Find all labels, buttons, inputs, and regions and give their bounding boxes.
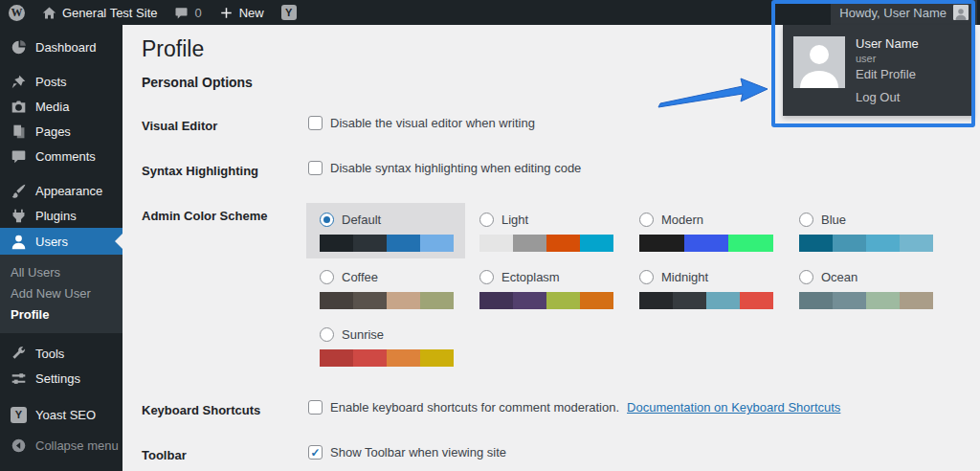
color-scheme-option-ectoplasm[interactable]: Ectoplasm <box>466 260 625 309</box>
color-scheme-option-light[interactable]: Light <box>466 203 625 252</box>
radio-sunrise[interactable] <box>320 327 334 342</box>
sidebar-item-appearance[interactable]: Appearance <box>0 178 122 203</box>
color-swatch <box>420 235 454 252</box>
plus-icon <box>219 6 234 20</box>
scheme-name-label: Modern <box>661 213 703 227</box>
syntax-highlighting-label: Syntax Highlighting <box>142 164 258 178</box>
sidebar-item-users[interactable]: Users <box>0 228 122 255</box>
admin-top-bar: W General Test Site 0 New Y Howdy, User … <box>0 0 980 25</box>
color-swatch <box>673 292 706 309</box>
sidebar-item-settings[interactable]: Settings <box>0 366 122 391</box>
comments-icon <box>11 148 27 165</box>
radio-blue[interactable] <box>799 213 813 227</box>
wrench-icon <box>11 346 27 362</box>
color-swatch <box>728 235 773 252</box>
color-swatch <box>900 292 933 309</box>
user-login-name: user <box>856 53 876 64</box>
color-scheme-option-blue[interactable]: Blue <box>786 203 945 252</box>
sidebar-label: Comments <box>35 149 96 164</box>
visual-editor-checkbox[interactable] <box>308 116 323 130</box>
radio-default[interactable] <box>320 213 334 227</box>
comments-button[interactable]: 0 <box>166 0 210 25</box>
color-swatch <box>353 292 387 309</box>
toolbar-checkbox[interactable] <box>308 445 323 460</box>
scheme-swatches <box>799 292 933 309</box>
visual-editor-field: Disable the visual editor when writing <box>308 116 535 130</box>
sidebar-item-media[interactable]: Media <box>0 94 122 119</box>
color-swatch <box>900 235 933 252</box>
radio-light[interactable] <box>479 213 494 227</box>
color-swatch <box>353 235 387 252</box>
color-scheme-option-modern[interactable]: Modern <box>626 203 785 252</box>
media-icon <box>11 99 27 115</box>
new-content-button[interactable]: New <box>211 0 273 25</box>
radio-modern[interactable] <box>639 213 654 227</box>
submenu-add-new-user[interactable]: Add New User <box>0 282 122 303</box>
scheme-swatches <box>320 349 454 367</box>
sidebar-item-comments[interactable]: Comments <box>0 144 122 168</box>
user-icon <box>11 234 27 250</box>
yoast-topbar-button[interactable]: Y <box>273 0 305 25</box>
color-swatch <box>799 235 833 252</box>
color-swatch <box>684 235 729 252</box>
sidebar-item-pages[interactable]: Pages <box>0 119 122 144</box>
syntax-highlighting-option-text: Disable syntax highlighting when editing… <box>330 161 581 175</box>
site-name-button[interactable]: General Test Site <box>33 0 166 25</box>
scheme-swatches <box>639 292 773 309</box>
color-swatch <box>639 292 673 309</box>
sidebar-label: Tools <box>35 347 64 361</box>
syntax-highlighting-checkbox[interactable] <box>308 161 323 175</box>
color-swatch <box>833 292 866 309</box>
sidebar-item-tools[interactable]: Tools <box>0 341 122 366</box>
user-dropdown-menu: User Name user Edit Profile Log Out <box>783 25 974 116</box>
scheme-name-label: Ocean <box>821 270 858 284</box>
yoast-icon: Y <box>281 5 297 20</box>
color-scheme-option-default[interactable]: Default <box>306 203 465 258</box>
edit-profile-link[interactable]: Edit Profile <box>856 67 916 81</box>
radio-midnight[interactable] <box>639 270 654 284</box>
scheme-swatches <box>639 235 773 252</box>
sidebar-label: Appearance <box>35 184 102 198</box>
color-scheme-option-midnight[interactable]: Midnight <box>626 260 785 309</box>
sidebar-item-posts[interactable]: Posts <box>0 69 122 94</box>
sidebar-label: Yoast SEO <box>35 408 96 422</box>
avatar-small <box>953 5 969 20</box>
sidebar-item-plugins[interactable]: Plugins <box>0 203 122 228</box>
sidebar-item-yoast-seo[interactable]: Y Yoast SEO <box>0 402 122 427</box>
avatar-large <box>793 36 845 88</box>
scheme-swatches <box>320 292 454 309</box>
keyboard-shortcuts-checkbox[interactable] <box>308 400 323 415</box>
plugin-icon <box>11 208 27 224</box>
color-swatch <box>513 235 546 252</box>
scheme-name-label: Light <box>501 213 528 227</box>
color-swatch <box>420 292 454 309</box>
radio-ocean[interactable] <box>799 270 813 284</box>
color-scheme-option-ocean[interactable]: Ocean <box>786 260 945 309</box>
scheme-name-label: Coffee <box>342 270 378 284</box>
collapse-menu-button[interactable]: Collapse menu <box>0 433 122 458</box>
syntax-highlighting-field: Disable syntax highlighting when editing… <box>308 161 581 175</box>
visual-editor-option-text: Disable the visual editor when writing <box>330 116 535 130</box>
admin-color-scheme-label: Admin Color Scheme <box>142 209 267 223</box>
color-swatch <box>479 292 513 309</box>
keyboard-shortcuts-doc-link[interactable]: Documentation on Keyboard Shortcuts <box>627 400 840 415</box>
comment-bubble-icon <box>174 6 189 20</box>
sidebar-item-dashboard[interactable]: Dashboard <box>0 34 122 59</box>
submenu-all-users[interactable]: All Users <box>0 261 122 282</box>
sidebar-label: Media <box>35 100 69 114</box>
color-swatch <box>639 235 684 252</box>
submenu-profile[interactable]: Profile <box>0 303 122 325</box>
log-out-link[interactable]: Log Out <box>856 90 900 104</box>
howdy-account-button[interactable]: Howdy, User Name <box>831 0 977 25</box>
radio-coffee[interactable] <box>320 270 334 284</box>
color-scheme-option-coffee[interactable]: Coffee <box>306 260 465 309</box>
wordpress-logo-icon: W <box>9 5 25 21</box>
scheme-name-label: Sunrise <box>342 327 384 342</box>
wordpress-menu-button[interactable]: W <box>0 0 33 25</box>
toolbar-option-text: Show Toolbar when viewing site <box>330 445 506 460</box>
color-swatch <box>320 292 353 309</box>
color-scheme-option-sunrise[interactable]: Sunrise <box>306 318 465 367</box>
submenu-label: All Users <box>11 265 60 280</box>
keyboard-shortcuts-field: Enable keyboard shortcuts for comment mo… <box>308 400 840 415</box>
radio-ectoplasm[interactable] <box>479 270 494 284</box>
